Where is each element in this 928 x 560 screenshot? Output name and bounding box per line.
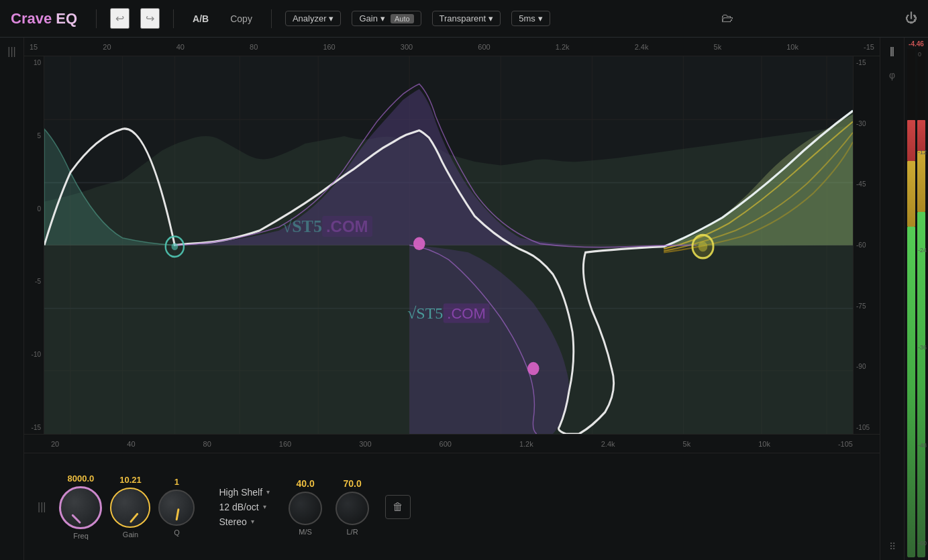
spec-neg90: -90	[854, 363, 880, 370]
vu-label-12: -12	[918, 149, 927, 156]
channel-dropdown[interactable]: Stereo ▾	[219, 516, 270, 527]
filter-section: High Shelf ▾ 12 dB/oct ▾ Stereo ▾	[219, 487, 270, 527]
ms-label: M/S	[299, 528, 312, 536]
bottom-icon-bars[interactable]: |||	[38, 501, 46, 513]
spec-neg15: -15	[854, 59, 880, 66]
gain-knob-indicator	[130, 512, 139, 523]
delete-button[interactable]: 🗑	[385, 495, 411, 519]
vu-meter-value: -4.46	[909, 40, 924, 48]
freq-value: 8000.0	[68, 473, 95, 484]
vu-label-48: -48	[918, 442, 927, 449]
right-panel-icon3[interactable]: ⠿	[886, 539, 898, 555]
freq-ruler-top: 15 20 40 80 160 300 600 1.2k 2.4k 5k 10k…	[24, 38, 880, 56]
spec-neg45: -45	[854, 180, 880, 188]
filter-slope-arrow: ▾	[263, 503, 266, 510]
freq-label-80: 80	[250, 43, 258, 51]
filter-type-dropdown[interactable]: High Shelf ▾	[219, 487, 270, 498]
chevron-down-icon: ▾	[329, 13, 333, 23]
db-neg10: -10	[24, 351, 44, 358]
vu-yellow-left	[907, 161, 915, 227]
freq-bot-160: 160	[279, 440, 291, 448]
lr-knob[interactable]	[336, 492, 369, 525]
redo-button[interactable]: ↪	[140, 8, 160, 29]
spec-neg30: -30	[854, 120, 880, 127]
freq-bot-300: 300	[359, 440, 371, 448]
q-knob[interactable]	[158, 490, 195, 526]
freq-ruler-bottom: 20 40 80 160 300 600 1.2k 2.4k 5k 10k -1…	[24, 434, 880, 453]
q-knob-group: 1 Q	[158, 477, 195, 537]
ms-knob-group: 40.0 M/S	[289, 478, 322, 536]
lr-label: L/R	[347, 528, 358, 536]
eq-svg	[44, 56, 853, 434]
filter-slope-dropdown[interactable]: 12 dB/oct ▾	[219, 502, 270, 512]
svg-point-20	[692, 235, 713, 258]
svg-point-19	[527, 362, 539, 375]
vu-meter: -4.46 0 -12 -24 -36 -48	[904, 38, 928, 560]
analyzer-dropdown[interactable]: Analyzer ▾	[285, 11, 342, 26]
freq-knob-group: 8000.0 Freq	[59, 473, 102, 540]
freq-ruler-labels-top: 15 20 40 80 160 300 600 1.2k 2.4k 5k 10k…	[27, 43, 877, 51]
divider1	[96, 9, 97, 28]
filter-type-arrow: ▾	[266, 488, 270, 496]
freq-label-5k: 5k	[714, 43, 722, 51]
eq-graph[interactable]: 10 5 0 -5 -10 -15 -15 -30 -45 -60 -75 -9…	[24, 56, 880, 434]
vu-bar-left	[907, 49, 915, 557]
right-panel-icon1[interactable]: ǁ	[887, 43, 897, 59]
freq-bot-80: 80	[203, 440, 211, 448]
q-knob-indicator	[176, 508, 180, 520]
freq-label-ctrl: Freq	[73, 532, 89, 540]
svg-point-16	[166, 237, 184, 257]
auto-badge: Auto	[391, 14, 414, 23]
header: Crave EQ ↩ ↪ A/B Copy Analyzer ▾ Gain ▾ …	[0, 0, 928, 38]
ab-button[interactable]: A/B	[187, 11, 214, 27]
divider3	[271, 9, 272, 28]
filter-type-label: High Shelf	[219, 487, 262, 498]
freq-label-1200: 1.2k	[556, 43, 570, 51]
folder-button[interactable]: 🗁	[721, 11, 733, 25]
freq-label-40: 40	[176, 43, 185, 51]
gain-knob[interactable]	[110, 488, 150, 528]
db-0: 0	[24, 205, 44, 213]
ms-value: 40.0	[296, 478, 314, 489]
freq-knob[interactable]	[59, 486, 102, 529]
watermark1: √ST5.COM	[282, 215, 372, 237]
copy-button[interactable]: Copy	[225, 11, 258, 27]
undo-button[interactable]: ↩	[110, 8, 130, 29]
app-logo: Crave EQ	[11, 10, 77, 27]
chevron-down-icon: ▾	[488, 13, 493, 23]
vu-red-left	[907, 120, 915, 161]
channel-arrow: ▾	[251, 518, 254, 525]
transparent-dropdown[interactable]: Transparent ▾	[432, 11, 501, 26]
q-value: 1	[174, 477, 179, 487]
freq-label-15: 15	[30, 43, 38, 51]
ms-knob[interactable]	[289, 492, 322, 525]
power-button[interactable]: ⏻	[905, 11, 917, 25]
freq-bot-1200: 1.2k	[519, 440, 533, 448]
svg-point-21	[699, 241, 708, 251]
vu-label-0: 0	[918, 51, 927, 58]
graph-inner: √ST5.COM √ST5.COM	[44, 56, 853, 434]
eq-area: 15 20 40 80 160 300 600 1.2k 2.4k 5k 10k…	[24, 38, 880, 560]
right-panel-icon2[interactable]: φ	[886, 67, 898, 83]
db-10: 10	[24, 59, 44, 66]
bottom-controls: ||| 8000.0 Freq 10.21 Gain 1	[24, 453, 880, 560]
freq-bot-20: 20	[51, 440, 59, 448]
left-panel-icon[interactable]: |||	[5, 43, 18, 60]
vu-labels: 0 -12 -24 -36 -48 -60	[918, 51, 927, 547]
vu-label-60: -60	[918, 540, 927, 547]
gain-knob-group: 10.21 Gain	[110, 475, 150, 539]
freq-label-20: 20	[103, 43, 111, 51]
freq-label-300: 300	[401, 43, 413, 51]
gain-dropdown[interactable]: Gain ▾ Auto	[352, 11, 421, 26]
db-neg15: -15	[24, 424, 44, 431]
chevron-down-icon: ▾	[538, 13, 543, 23]
db-scale-left: 10 5 0 -5 -10 -15	[24, 56, 44, 434]
spec-neg75: -75	[854, 302, 880, 310]
watermark2: √ST5.COM	[407, 304, 490, 322]
bottom-left-icons: |||	[38, 501, 46, 513]
freq-bot-600: 600	[440, 440, 452, 448]
channel-label: Stereo	[219, 516, 246, 527]
latency-dropdown[interactable]: 5ms ▾	[511, 11, 550, 26]
svg-point-17	[171, 243, 178, 250]
freq-label-600: 600	[478, 43, 490, 51]
